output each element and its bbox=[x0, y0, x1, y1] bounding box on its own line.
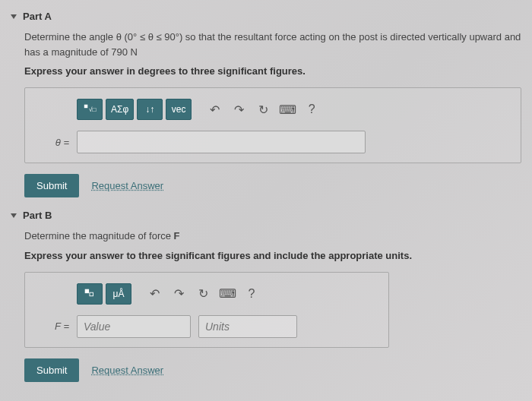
vector-button[interactable]: vec bbox=[166, 99, 192, 120]
part-a-input-row: θ = bbox=[34, 131, 511, 153]
part-a-header[interactable]: Part A bbox=[11, 11, 521, 22]
part-a-answer-box: √□ ΑΣφ ↓↑ vec ↶ ↷ ↻ ⌨ ? θ = bbox=[24, 87, 521, 163]
subscript-button[interactable]: ↓↑ bbox=[137, 99, 163, 120]
part-a-body: Determine the angle θ (0° ≤ θ ≤ 90°) so … bbox=[11, 30, 521, 197]
part-a-toolbar: √□ ΑΣφ ↓↑ vec ↶ ↷ ↻ ⌨ ? bbox=[77, 99, 511, 120]
part-b-toolbar: μÅ ↶ ↷ ↻ ⌨ ? bbox=[77, 283, 379, 305]
svg-text:√□: √□ bbox=[89, 106, 96, 113]
part-b-title: Part B bbox=[23, 210, 52, 221]
reset-button[interactable]: ↻ bbox=[192, 283, 214, 305]
caret-down-icon bbox=[11, 213, 17, 218]
request-answer-link[interactable]: Request Answer bbox=[91, 180, 163, 191]
submit-button[interactable]: Submit bbox=[24, 174, 79, 197]
theta-label: θ = bbox=[34, 137, 69, 148]
help-button[interactable]: ? bbox=[301, 99, 322, 120]
template-button[interactable]: √□ bbox=[77, 99, 103, 120]
part-a-title: Part A bbox=[23, 11, 52, 22]
redo-button[interactable]: ↷ bbox=[168, 283, 189, 305]
reset-button[interactable]: ↻ bbox=[252, 99, 274, 120]
part-a-problem: Determine the angle θ (0° ≤ θ ≤ 90°) so … bbox=[24, 30, 521, 59]
svg-rect-0 bbox=[84, 105, 88, 109]
caret-down-icon bbox=[11, 14, 17, 19]
undo-button[interactable]: ↶ bbox=[144, 283, 165, 305]
part-b-header[interactable]: Part B bbox=[11, 210, 521, 221]
svg-rect-2 bbox=[85, 289, 89, 292]
template-icon bbox=[83, 287, 97, 301]
keyboard-button[interactable]: ⌨ bbox=[217, 283, 238, 305]
part-b-problem: Determine the magnitude of force F bbox=[24, 229, 521, 244]
units-input[interactable] bbox=[198, 315, 297, 338]
template-button[interactable] bbox=[77, 283, 103, 305]
help-button[interactable]: ? bbox=[241, 283, 262, 305]
theta-input[interactable] bbox=[77, 131, 366, 153]
force-label: F = bbox=[34, 320, 69, 332]
undo-button[interactable]: ↶ bbox=[204, 99, 225, 120]
part-b-input-row: F = bbox=[34, 315, 379, 338]
value-input[interactable] bbox=[77, 315, 191, 338]
part-b-submit-row: Submit Request Answer bbox=[24, 358, 521, 382]
part-b-body: Determine the magnitude of force F Expre… bbox=[11, 229, 521, 382]
units-button[interactable]: μÅ bbox=[106, 283, 131, 305]
part-a-submit-row: Submit Request Answer bbox=[24, 174, 521, 197]
template-icon: √□ bbox=[83, 103, 97, 116]
svg-rect-3 bbox=[90, 292, 93, 296]
part-b-answer-box: μÅ ↶ ↷ ↻ ⌨ ? F = bbox=[24, 272, 389, 348]
request-answer-link[interactable]: Request Answer bbox=[91, 365, 163, 376]
greek-button[interactable]: ΑΣφ bbox=[106, 99, 134, 120]
redo-button[interactable]: ↷ bbox=[228, 99, 249, 120]
part-a-instruction: Express your answer in degrees to three … bbox=[24, 65, 521, 77]
submit-button[interactable]: Submit bbox=[24, 358, 79, 382]
part-b-instruction: Express your answer to three significant… bbox=[24, 250, 521, 261]
keyboard-button[interactable]: ⌨ bbox=[277, 99, 298, 120]
